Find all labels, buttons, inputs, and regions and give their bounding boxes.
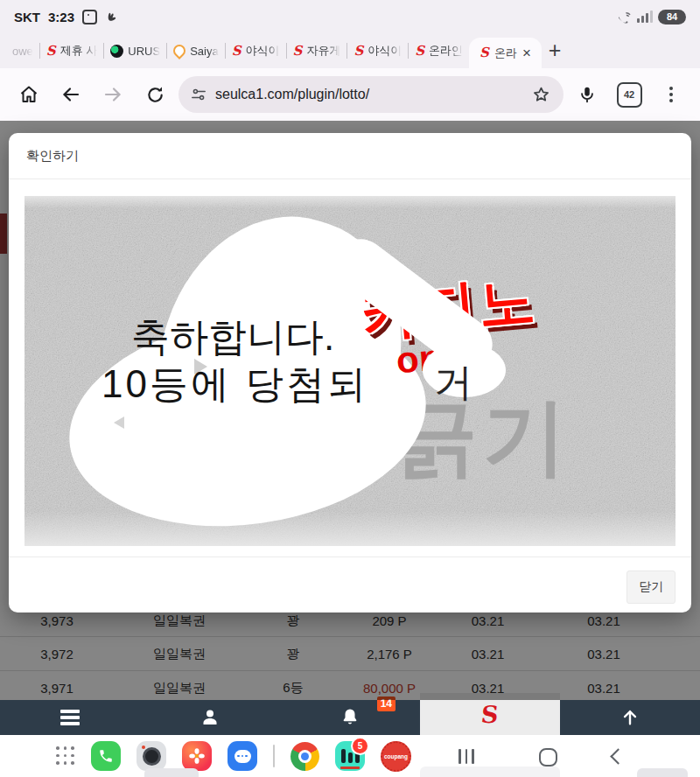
footer-notifications-button[interactable]: 14 — [280, 700, 420, 735]
modal-footer-divider — [9, 556, 691, 557]
urus-favicon-icon — [110, 45, 123, 58]
tab-saiya[interactable]: Saiya — [167, 33, 225, 68]
wifi-calling-icon — [617, 10, 632, 24]
menu-button[interactable] — [653, 76, 690, 113]
site-settings-icon — [191, 87, 206, 102]
phone-app-icon[interactable] — [91, 741, 121, 771]
back-button[interactable] — [52, 76, 89, 113]
coupang-app-icon[interactable]: coupang — [381, 741, 411, 772]
browser-tab-strip: owe S 제휴 사 URUS Saiya S 야식이 S 자유게 S — [0, 33, 700, 68]
site-logo-icon: S — [480, 701, 500, 728]
scratch-card-image: 복권 긁기 축하합니다. 10등에 당첨되 카지노 om 거 — [24, 196, 676, 546]
os-dock: 5 coupang — [0, 735, 700, 777]
tab-urus[interactable]: URUS — [104, 33, 166, 68]
flame-favicon-icon — [171, 42, 188, 60]
tab-jayuge[interactable]: S 자유게 — [287, 33, 347, 68]
reload-button[interactable] — [136, 76, 173, 113]
phone-handset-icon — [98, 748, 114, 764]
modal-title: 확인하기 — [9, 133, 691, 178]
back-arrow-icon — [60, 84, 81, 105]
back-nav-button[interactable] — [610, 748, 626, 764]
bookmark-star-icon[interactable] — [531, 85, 551, 105]
tab-yasik-2[interactable]: S 야식이 — [347, 33, 408, 68]
forward-button[interactable] — [94, 76, 131, 113]
url-text[interactable]: seulca1.com/plugin/lotto/ — [215, 87, 522, 102]
bell-icon — [340, 707, 360, 728]
app-drawer-icon[interactable] — [56, 746, 75, 766]
partially-covered-char: 거 — [434, 357, 472, 409]
web-page: 3,973 일일복권 꽝 209 P 03.21 03.21 3,972 일일복… — [0, 121, 700, 700]
tab-switcher-button[interactable]: 42 — [611, 76, 648, 113]
signal-icon — [637, 10, 653, 23]
s-favicon-icon: S — [415, 45, 424, 58]
confirm-modal: 확인하기 복권 긁기 축하합니다. 10등에 당첨되 카지노 om — [9, 133, 691, 612]
messages-app-icon[interactable] — [228, 741, 257, 771]
browser-toolbar: seulca1.com/plugin/lotto/ 42 — [0, 68, 700, 121]
screen-capture-icon — [82, 10, 97, 24]
status-bar: SKT 3:23 84 — [0, 0, 700, 33]
new-tab-button[interactable]: + — [542, 38, 572, 68]
palm-gesture-icon — [105, 10, 118, 24]
bank-app-label — [340, 766, 360, 769]
congrats-line-1: 축하합니다. — [131, 312, 334, 363]
tab-online[interactable]: S 온라인 — [409, 33, 469, 68]
tab-overflow[interactable]: owe — [2, 33, 39, 68]
camera-lens — [143, 747, 161, 766]
phone-screen: SKT 3:23 84 owe S 제휴 사 — [0, 0, 700, 777]
close-tab-icon[interactable]: × — [522, 46, 531, 60]
url-bar[interactable]: seulca1.com/plugin/lotto/ — [178, 76, 564, 113]
site-footer-nav: 14 S — [0, 700, 700, 735]
s-favicon-icon: S — [46, 45, 56, 58]
up-arrow-icon — [620, 708, 640, 727]
chrome-app-icon[interactable] — [290, 742, 319, 771]
congrats-line-2: 10등에 당첨되 — [102, 359, 368, 410]
bank-app-icon[interactable]: 5 — [335, 741, 365, 771]
chrome-center — [298, 750, 312, 763]
app-notification-badge: 5 — [351, 737, 369, 755]
reload-icon — [145, 85, 165, 105]
tab-count: 42 — [617, 82, 642, 108]
forward-arrow-icon — [102, 84, 123, 105]
recents-nav-button[interactable] — [458, 749, 474, 764]
s-favicon-icon: S — [480, 46, 489, 60]
clock: 3:23 — [48, 10, 74, 24]
gallery-app-icon[interactable] — [182, 741, 212, 771]
modal-close-button[interactable]: 닫기 — [626, 570, 676, 604]
home-nav-button[interactable] — [539, 748, 557, 766]
battery-indicator: 84 — [658, 10, 686, 24]
footer-scroll-top-button[interactable] — [560, 700, 700, 735]
foil-fleck — [114, 416, 124, 429]
s-favicon-icon: S — [232, 45, 242, 58]
voice-search-button[interactable] — [569, 76, 606, 113]
carrier-label: SKT — [14, 10, 40, 24]
footer-profile-button[interactable] — [140, 700, 280, 735]
person-icon — [200, 707, 220, 728]
coupang-label: coupang — [384, 753, 408, 760]
hamburger-icon — [60, 710, 80, 725]
s-favicon-icon: S — [354, 45, 363, 58]
keyboard-peek — [420, 766, 560, 777]
keyboard-peek — [144, 768, 199, 777]
home-button[interactable] — [10, 76, 47, 113]
camera-flash-dot — [142, 746, 145, 749]
keyboard-peek — [637, 768, 688, 777]
tab-yasik-1[interactable]: S 야식이 — [226, 33, 286, 68]
microphone-icon — [578, 85, 597, 104]
chat-bubble-icon — [234, 750, 251, 763]
dock-divider — [273, 745, 275, 767]
tab-jehyu[interactable]: S 제휴 사 — [40, 33, 103, 68]
flower-icon — [188, 747, 206, 765]
kebab-menu-icon — [669, 87, 673, 102]
s-favicon-icon: S — [293, 45, 303, 58]
home-icon — [18, 84, 39, 105]
tab-active[interactable]: S 온라 × — [469, 38, 542, 68]
camera-app-icon[interactable] — [136, 741, 166, 771]
modal-divider — [9, 178, 691, 179]
footer-menu-button[interactable] — [0, 700, 140, 735]
